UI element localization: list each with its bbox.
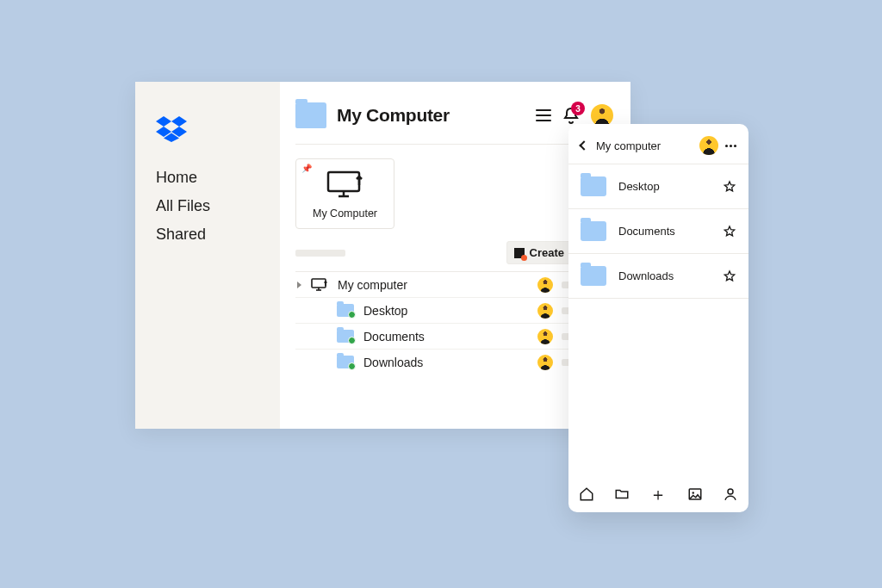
svg-point-13 [728,489,733,494]
expand-arrow-icon[interactable] [297,282,301,288]
computer-icon [310,278,329,292]
owner-avatar [537,303,553,319]
dropbox-logo-icon [156,116,259,142]
file-row-documents[interactable]: Documents [295,323,613,349]
photo-icon[interactable] [687,486,703,502]
owner-avatar [537,329,553,344]
file-row-my-computer[interactable]: My computer [295,271,613,297]
toolbar: Create [295,229,613,271]
device-section: 📌 My Computer [295,145,613,229]
sidebar-nav: Home All Files Shared [156,166,259,246]
home-icon[interactable] [579,486,594,502]
notification-badge: 3 [571,102,585,115]
folder-icon [581,176,606,196]
mobile-row-downloads[interactable]: Downloads [568,254,748,299]
placeholder-bar [295,250,345,257]
folder-icon [581,221,606,241]
file-row-name: Desktop [363,304,529,318]
folder-synced-icon [337,330,354,343]
svg-point-12 [692,492,693,493]
file-list: My computer Desktop Documents Downloads [295,271,613,374]
sidebar-item-home[interactable]: Home [156,166,259,189]
avatar[interactable] [699,136,718,155]
shared-folder-icon [295,102,326,128]
file-row-desktop[interactable]: Desktop [295,297,613,323]
back-icon[interactable] [579,140,588,150]
mobile-row-name: Downloads [618,269,711,282]
svg-marker-1 [171,116,187,127]
device-card-label: My Computer [313,207,377,220]
star-icon[interactable] [723,225,736,238]
mobile-tabbar: ＋ [568,476,748,512]
desktop-window: Home All Files Shared My Computer 3 📌 [135,82,630,429]
mobile-row-name: Documents [618,225,711,238]
mobile-header: My computer [568,124,748,164]
owner-avatar [537,355,553,370]
file-row-name: Documents [363,330,529,344]
mobile-screen: My computer Desktop Documents Downloads … [568,124,748,512]
header: My Computer 3 [295,102,613,145]
sidebar-item-shared[interactable]: Shared [156,223,259,246]
svg-rect-5 [328,172,359,191]
folder-synced-icon [337,356,354,368]
plus-icon[interactable]: ＋ [649,486,667,503]
more-icon[interactable] [725,145,736,147]
mobile-row-documents[interactable]: Documents [568,209,748,254]
file-row-name: My computer [338,278,529,292]
mobile-row-desktop[interactable]: Desktop [568,164,748,209]
sidebar-item-all-files[interactable]: All Files [156,195,259,218]
notifications-icon[interactable]: 3 [563,107,579,124]
create-button-label: Create [530,246,564,259]
mobile-title: My computer [596,139,693,152]
folder-icon [581,266,606,286]
mobile-file-list: Desktop Documents Downloads [568,164,748,476]
mobile-row-name: Desktop [618,180,711,193]
device-card-my-computer[interactable]: 📌 My Computer [295,158,394,229]
file-row-downloads[interactable]: Downloads [295,349,613,374]
owner-avatar [537,277,553,293]
create-icon [514,248,525,258]
page-title: My Computer [337,105,525,126]
menu-icon[interactable] [536,109,551,121]
folder-icon[interactable] [614,486,630,502]
sidebar: Home All Files Shared [135,82,280,429]
star-icon[interactable] [723,269,736,283]
file-row-name: Downloads [363,356,529,369]
account-icon[interactable] [723,486,738,502]
folder-synced-icon [337,304,354,317]
svg-marker-0 [156,116,171,127]
pin-icon: 📌 [301,164,312,173]
star-icon[interactable] [723,180,736,194]
svg-rect-8 [312,279,326,288]
